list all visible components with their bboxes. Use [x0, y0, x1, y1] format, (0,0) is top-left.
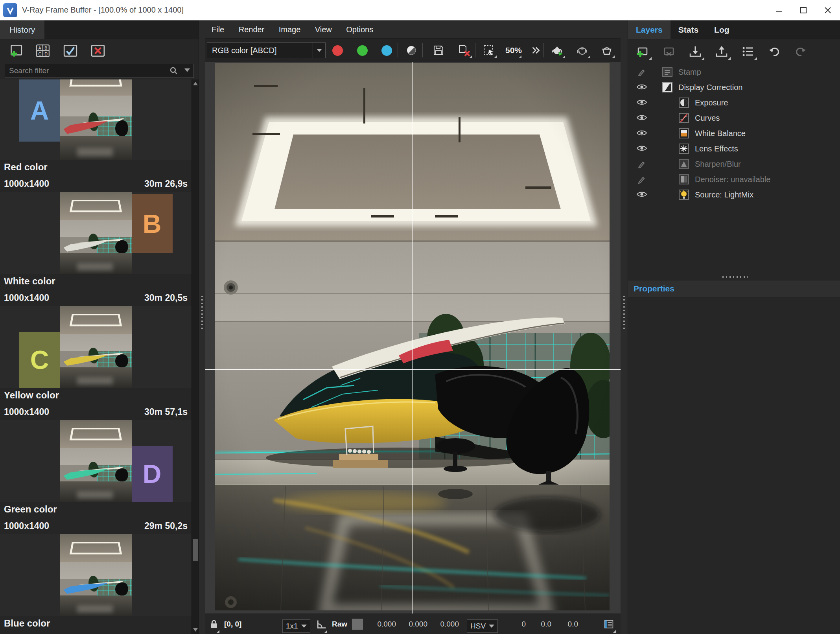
green-channel-button[interactable] — [353, 41, 372, 60]
status-bar: [0, 0] 1x1 Raw 0.000 0.000 0.000 HSV 0 0… — [205, 614, 621, 634]
search-icon[interactable] — [169, 66, 178, 77]
menu-options[interactable]: Options — [340, 20, 379, 39]
scroll-down-icon[interactable] — [193, 628, 198, 632]
pixel-aspect-dropdown[interactable]: 1x1 — [282, 614, 310, 634]
tab-stats[interactable]: Stats — [671, 20, 706, 39]
lens-effects-icon — [678, 142, 690, 155]
save-to-history-button[interactable] — [5, 41, 26, 61]
compare-abcd-button[interactable]: ABCD — [32, 41, 53, 61]
raw-blue-value: 0.000 — [431, 614, 459, 634]
visibility-eye-icon[interactable] — [635, 114, 648, 123]
menu-view[interactable]: View — [309, 20, 338, 39]
left-panel-splitter[interactable] — [199, 20, 205, 634]
red-channel-button[interactable] — [328, 41, 347, 60]
compare-letter: C — [30, 345, 49, 375]
monochrome-icon — [405, 44, 418, 57]
history-item[interactable]: 1000x1400 29m 50,2s Blue color — [0, 518, 192, 632]
white-balance-icon — [678, 127, 690, 140]
save-layer-tree-button[interactable] — [685, 42, 706, 61]
menu-image[interactable]: Image — [273, 20, 307, 39]
layers-tab-bar: Layers Stats Log — [628, 20, 840, 39]
visibility-eye-icon[interactable] — [635, 190, 648, 200]
render-button[interactable] — [548, 41, 567, 60]
minimize-button[interactable] — [767, 0, 791, 20]
channel-dropdown[interactable]: RGB color [ABCD] — [207, 42, 326, 58]
zoom-level-button[interactable]: 50% — [504, 41, 523, 60]
search-filter-input[interactable] — [5, 64, 194, 78]
history-item-label: Red color — [0, 160, 192, 175]
viewer-panel: File Render Image View Options RGB color… — [205, 20, 621, 634]
history-item-label: Blue color — [0, 616, 192, 632]
compare-letter-panel: D — [132, 446, 173, 502]
crosshair-vertical — [412, 62, 413, 614]
layer-label: Curves — [695, 111, 720, 126]
zoom-level-value: 50% — [505, 46, 522, 55]
layer-row-white-balance[interactable]: White Balance — [628, 126, 840, 141]
menu-render[interactable]: Render — [232, 20, 271, 39]
layer-row-stamp[interactable]: Stamp — [628, 65, 840, 80]
search-options-chevron-icon[interactable] — [184, 68, 190, 72]
save-image-button[interactable] — [429, 41, 448, 60]
toolbar-overflow-button[interactable] — [526, 41, 545, 60]
monochrome-button[interactable] — [402, 41, 421, 60]
history-item[interactable]: 1000x1400 30m 57,1s D — [0, 404, 192, 518]
channel-dropdown-value: RGB color [ABCD] — [212, 46, 276, 55]
pixel-coords-value: [0, 0] — [224, 614, 241, 634]
visibility-eye-icon[interactable] — [635, 98, 648, 108]
clear-image-button[interactable] — [455, 41, 473, 60]
render-teapot-icon — [551, 44, 564, 57]
right-panel-splitter[interactable] — [621, 20, 628, 634]
set-compare-button[interactable] — [60, 41, 81, 61]
history-item[interactable]: 1000x1400 30m 26,9s B — [0, 175, 192, 289]
layer-row-lens-effects[interactable]: Lens Effects — [628, 141, 840, 157]
angle-probe-button[interactable] — [316, 614, 329, 634]
visibility-eye-icon[interactable] — [635, 144, 648, 154]
history-item[interactable]: 1000x1400 30m 20,5s C — [0, 289, 192, 404]
history-item[interactable]: A Red color — [0, 79, 192, 175]
load-layer-tree-button[interactable] — [711, 42, 732, 61]
layer-row-denoiser[interactable]: Denoiser: unavailable — [628, 172, 840, 187]
layer-row-exposure[interactable]: Exposure — [628, 95, 840, 111]
add-layer-button[interactable] — [632, 42, 653, 61]
color-mode-dropdown[interactable]: HSV — [467, 614, 498, 634]
properties-splitter-grip[interactable] — [722, 276, 748, 278]
blue-channel-button[interactable] — [377, 41, 396, 60]
layer-row-sharpen-blur[interactable]: Sharpen/Blur — [628, 157, 840, 172]
undo-button[interactable] — [764, 42, 785, 61]
visibility-eye-icon[interactable] — [635, 129, 648, 138]
corrections-panel-button[interactable] — [603, 614, 617, 634]
bucket-render-button[interactable] — [597, 41, 616, 60]
layer-row-source-lightmix[interactable]: Source: LightMix — [628, 187, 840, 203]
render-last-button[interactable] — [573, 41, 592, 60]
remove-from-history-button[interactable] — [87, 41, 109, 61]
delete-layer-button[interactable] — [658, 42, 680, 61]
edit-pencil-icon[interactable] — [635, 160, 648, 170]
splitter-grip[interactable] — [623, 296, 625, 329]
tab-layers[interactable]: Layers — [628, 20, 671, 39]
red-channel-icon — [332, 45, 343, 56]
history-scrollbar[interactable] — [192, 79, 199, 634]
edit-pencil-icon[interactable] — [635, 175, 648, 185]
layer-row-display-correction[interactable]: Display Correction — [628, 80, 840, 95]
close-button[interactable] — [816, 0, 840, 20]
scroll-up-icon[interactable] — [193, 82, 198, 85]
svg-text:A: A — [38, 46, 41, 50]
redo-button[interactable] — [790, 42, 811, 61]
render-viewport[interactable] — [205, 62, 621, 614]
scrollbar-thumb[interactable] — [193, 539, 198, 561]
region-render-button[interactable] — [479, 41, 498, 60]
layer-label: Exposure — [695, 95, 728, 111]
tab-history[interactable]: History — [0, 20, 44, 39]
splitter-grip[interactable] — [201, 296, 203, 329]
layer-row-curves[interactable]: Curves — [628, 111, 840, 126]
raw-label: Raw — [332, 614, 347, 634]
history-item-render-time: 29m 50,2s — [144, 518, 188, 534]
tab-log[interactable]: Log — [706, 20, 737, 39]
edit-pencil-icon[interactable] — [635, 68, 648, 78]
exposure-icon — [678, 96, 690, 109]
maximize-button[interactable] — [791, 0, 816, 20]
menu-file[interactable]: File — [205, 20, 230, 39]
visibility-eye-icon[interactable] — [635, 83, 648, 92]
layer-list-options-button[interactable] — [737, 42, 759, 61]
lock-pixel-button[interactable] — [209, 614, 221, 634]
